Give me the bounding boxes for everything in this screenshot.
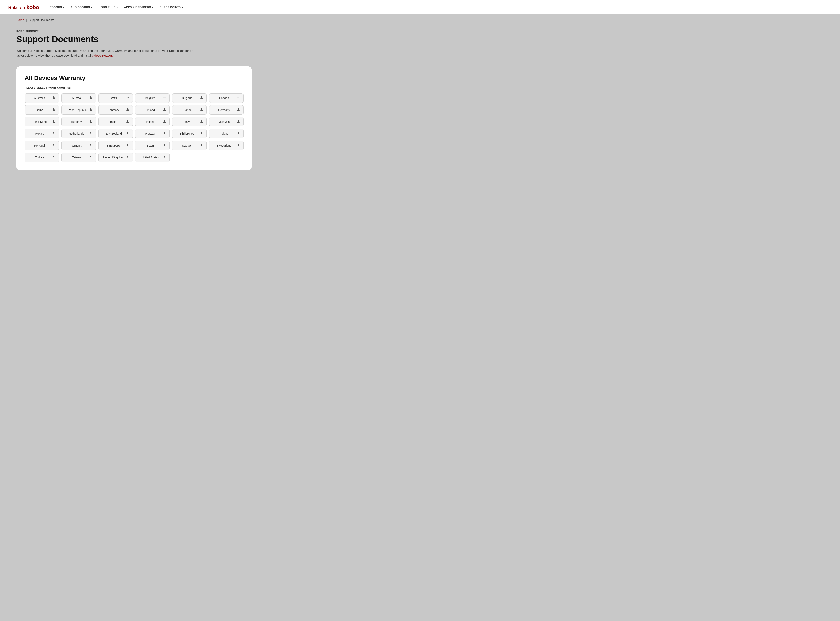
country-name: Ireland bbox=[139, 120, 162, 123]
download-icon bbox=[126, 155, 129, 159]
breadcrumb-separator: | bbox=[26, 18, 27, 22]
adobe-reader-link[interactable]: Adobe Reader. bbox=[92, 54, 113, 57]
country-button-united-states[interactable]: United States bbox=[135, 153, 170, 162]
svg-rect-9 bbox=[53, 122, 55, 123]
breadcrumb-current-page: Support Documents bbox=[29, 18, 54, 22]
country-name: Austria bbox=[65, 96, 88, 100]
country-name: Mexico bbox=[28, 132, 51, 135]
country-button-finland[interactable]: Finland bbox=[135, 105, 170, 115]
svg-rect-29 bbox=[126, 158, 129, 158]
nav-audiobooks[interactable]: AUDIOBOOKS ⌄ bbox=[68, 4, 95, 10]
svg-rect-7 bbox=[200, 110, 203, 111]
chevron-down-icon bbox=[126, 96, 129, 100]
svg-rect-25 bbox=[200, 146, 203, 146]
svg-rect-12 bbox=[163, 122, 166, 123]
country-button-denmark[interactable]: Denmark bbox=[98, 105, 133, 115]
svg-rect-22 bbox=[89, 146, 92, 146]
country-name: Hungary bbox=[65, 120, 88, 123]
country-button-australia[interactable]: Australia bbox=[24, 93, 59, 103]
country-button-bulgaria[interactable]: Bulgaria bbox=[172, 93, 206, 103]
country-button-netherlands[interactable]: Netherlands bbox=[61, 129, 96, 138]
download-icon bbox=[52, 144, 56, 148]
download-icon bbox=[52, 132, 56, 136]
country-button-france[interactable]: France bbox=[172, 105, 206, 115]
country-name: Philippines bbox=[176, 132, 198, 135]
page-description: Welcome to Kobo's Support Documents page… bbox=[17, 48, 201, 58]
svg-rect-19 bbox=[200, 134, 203, 135]
country-button-taiwan[interactable]: Taiwan bbox=[61, 153, 96, 162]
country-button-canada[interactable]: Canada bbox=[209, 93, 244, 103]
page-subtitle: KOBO SUPPORT bbox=[17, 30, 823, 33]
country-button-portugal[interactable]: Portugal bbox=[24, 141, 59, 150]
svg-rect-13 bbox=[200, 122, 203, 123]
download-icon bbox=[163, 120, 166, 124]
page-title: Support Documents bbox=[17, 34, 823, 44]
nav-audiobooks-arrow: ⌄ bbox=[91, 6, 93, 8]
select-country-label: PLEASE SELECT YOUR COUNTRY: bbox=[24, 86, 244, 89]
country-name: Finland bbox=[139, 108, 162, 112]
nav-superpoints[interactable]: SUPER POINTS ⌄ bbox=[157, 4, 186, 10]
country-button-czech-republic[interactable]: Czech Republic bbox=[61, 105, 96, 115]
country-button-mexico[interactable]: Mexico bbox=[24, 129, 59, 138]
country-name: United States bbox=[139, 156, 162, 159]
country-button-ireland[interactable]: Ireland bbox=[135, 117, 170, 126]
country-button-germany[interactable]: Germany bbox=[209, 105, 244, 115]
download-icon bbox=[237, 120, 240, 124]
main-nav: eBOOKS ⌄ AUDIOBOOKS ⌄ KOBO PLUS ⌄ APPS &… bbox=[47, 4, 186, 10]
country-button-india[interactable]: India bbox=[98, 117, 133, 126]
nav-ebooks[interactable]: eBOOKS ⌄ bbox=[47, 4, 67, 10]
download-icon bbox=[89, 120, 92, 124]
country-name: India bbox=[102, 120, 125, 123]
country-button-brazil[interactable]: Brazil bbox=[98, 93, 133, 103]
country-name: Hong Kong bbox=[28, 120, 51, 123]
country-button-italy[interactable]: Italy bbox=[172, 117, 206, 126]
download-icon bbox=[52, 120, 56, 124]
country-name: New Zealand bbox=[102, 132, 125, 135]
country-button-hungary[interactable]: Hungary bbox=[61, 117, 96, 126]
country-name: Turkey bbox=[28, 156, 51, 159]
country-button-spain[interactable]: Spain bbox=[135, 141, 170, 150]
warranty-card: All Devices Warranty PLEASE SELECT YOUR … bbox=[17, 66, 252, 170]
download-icon bbox=[89, 108, 92, 112]
country-button-turkey[interactable]: Turkey bbox=[24, 153, 59, 162]
logo[interactable]: Rakuten kobo bbox=[8, 4, 39, 11]
country-button-norway[interactable]: Norway bbox=[135, 129, 170, 138]
download-icon bbox=[52, 155, 56, 159]
nav-apps-ereaders[interactable]: APPS & eREADERS ⌄ bbox=[122, 4, 156, 10]
country-button-hong-kong[interactable]: Hong Kong bbox=[24, 117, 59, 126]
svg-rect-1 bbox=[89, 98, 92, 99]
svg-rect-3 bbox=[53, 110, 55, 111]
country-button-singapore[interactable]: Singapore bbox=[98, 141, 133, 150]
country-button-sweden[interactable]: Sweden bbox=[172, 141, 206, 150]
header: Rakuten kobo eBOOKS ⌄ AUDIOBOOKS ⌄ KOBO … bbox=[0, 0, 840, 14]
country-name: Spain bbox=[139, 144, 162, 147]
download-icon bbox=[126, 144, 129, 148]
country-name: Bulgaria bbox=[176, 96, 198, 100]
country-button-united-kingdom[interactable]: United Kingdom bbox=[98, 153, 133, 162]
country-button-philippines[interactable]: Philippines bbox=[172, 129, 206, 138]
svg-rect-14 bbox=[237, 122, 240, 123]
nav-koboplus[interactable]: KOBO PLUS ⌄ bbox=[96, 4, 120, 10]
svg-rect-8 bbox=[237, 110, 240, 111]
country-button-poland[interactable]: Poland bbox=[209, 129, 244, 138]
nav-superpoints-arrow: ⌄ bbox=[182, 6, 183, 8]
svg-rect-5 bbox=[126, 110, 129, 111]
download-icon bbox=[126, 120, 129, 124]
country-name: Belgium bbox=[139, 96, 162, 100]
country-button-malaysia[interactable]: Malaysia bbox=[209, 117, 244, 126]
country-button-switzerland[interactable]: Switzerland bbox=[209, 141, 244, 150]
download-icon bbox=[200, 144, 203, 148]
breadcrumb-home-link[interactable]: Home bbox=[17, 18, 24, 22]
country-name: Portugal bbox=[28, 144, 51, 147]
download-icon bbox=[237, 108, 240, 112]
country-button-romania[interactable]: Romania bbox=[61, 141, 96, 150]
svg-rect-30 bbox=[163, 158, 166, 158]
country-name: Czech Republic bbox=[65, 108, 88, 112]
country-name: Australia bbox=[28, 96, 51, 100]
country-button-belgium[interactable]: Belgium bbox=[135, 93, 170, 103]
download-icon bbox=[237, 132, 240, 136]
country-button-china[interactable]: China bbox=[24, 105, 59, 115]
country-name: Netherlands bbox=[65, 132, 88, 135]
country-button-new-zealand[interactable]: New Zealand bbox=[98, 129, 133, 138]
country-button-austria[interactable]: Austria bbox=[61, 93, 96, 103]
